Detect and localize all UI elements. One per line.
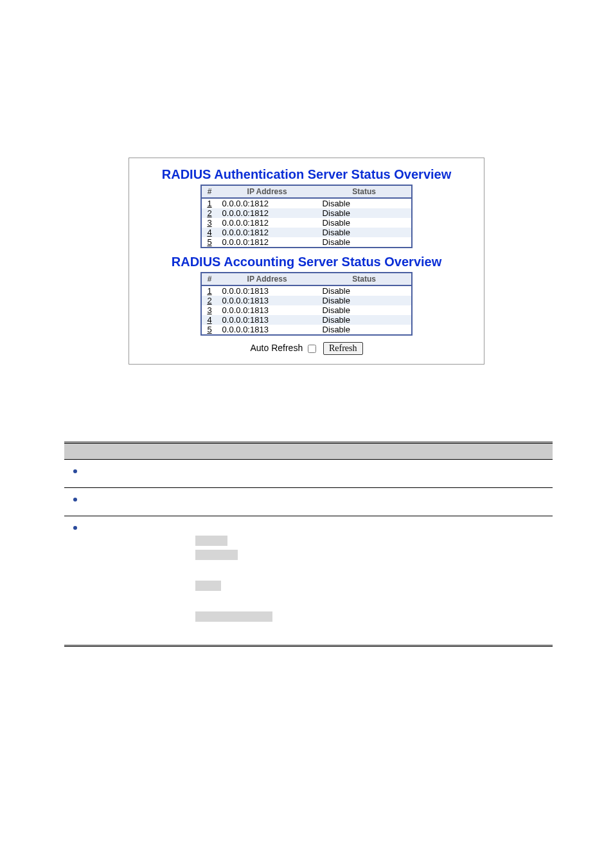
cell-status: Disable	[317, 305, 412, 315]
row-link[interactable]: 2	[207, 296, 211, 305]
cell-status: Disable	[317, 315, 412, 325]
cell-ip: 0.0.0.0:1813	[217, 315, 317, 325]
table-row: 10.0.0.0:1812Disable	[201, 198, 411, 208]
cell-ip: 0.0.0.0:1812	[217, 218, 317, 228]
table-row: 20.0.0.0:1812Disable	[201, 208, 411, 218]
auto-refresh-label: Auto Refresh	[250, 343, 303, 353]
refresh-button[interactable]: Refresh	[323, 342, 363, 355]
col-num: #	[201, 273, 217, 285]
col-status: Status	[317, 185, 412, 198]
desc-row	[64, 488, 553, 516]
cell-ip: 0.0.0.0:1812	[217, 237, 317, 248]
acct-heading: RADIUS Accounting Server Status Overview	[137, 255, 476, 269]
cell-ip: 0.0.0.0:1813	[217, 296, 317, 305]
placeholder-box	[195, 550, 238, 560]
row-link[interactable]: 4	[207, 315, 211, 325]
table-row: 20.0.0.0:1813Disable	[201, 296, 411, 305]
col-num: #	[201, 185, 217, 198]
cell-ip: 0.0.0.0:1812	[217, 228, 317, 237]
table-row: 30.0.0.0:1812Disable	[201, 218, 411, 228]
row-link[interactable]: 3	[207, 305, 211, 315]
row-link[interactable]: 5	[207, 237, 211, 247]
bullet-icon	[73, 526, 77, 530]
cell-status: Disable	[317, 325, 412, 335]
acct-table: # IP Address Status 10.0.0.0:1813Disable…	[200, 272, 412, 336]
cell-status: Disable	[317, 237, 412, 248]
desc-row	[64, 460, 553, 488]
cell-status: Disable	[317, 228, 412, 237]
controls-row: Auto Refresh Refresh	[137, 342, 476, 355]
cell-status: Disable	[317, 218, 412, 228]
table-row: 40.0.0.0:1813Disable	[201, 315, 411, 325]
table-row: 50.0.0.0:1813Disable	[201, 325, 411, 335]
table-row: 30.0.0.0:1813Disable	[201, 305, 411, 315]
cell-status: Disable	[317, 208, 412, 218]
cell-status: Disable	[317, 296, 412, 305]
placeholder-box	[195, 581, 221, 591]
row-link[interactable]: 4	[207, 228, 211, 237]
placeholder-box	[195, 536, 227, 546]
table-row: 40.0.0.0:1812Disable	[201, 228, 411, 237]
desc-col-object	[64, 443, 190, 460]
cell-ip: 0.0.0.0:1813	[217, 325, 317, 335]
table-row: 10.0.0.0:1813Disable	[201, 285, 411, 296]
cell-ip: 0.0.0.0:1813	[217, 285, 317, 296]
cell-ip: 0.0.0.0:1812	[217, 198, 317, 208]
row-link[interactable]: 1	[207, 199, 211, 208]
auto-refresh-checkbox[interactable]	[308, 345, 316, 353]
bullet-icon	[73, 498, 77, 502]
auth-table: # IP Address Status 10.0.0.0:1812Disable…	[200, 185, 412, 248]
table-row: 50.0.0.0:1812Disable	[201, 237, 411, 248]
row-link[interactable]: 1	[207, 286, 211, 296]
col-ip: IP Address	[217, 273, 317, 285]
col-ip: IP Address	[217, 185, 317, 198]
col-status: Status	[317, 273, 412, 285]
auth-heading: RADIUS Authentication Server Status Over…	[137, 167, 476, 182]
description-table	[64, 442, 553, 647]
row-link[interactable]: 3	[207, 218, 211, 228]
placeholder-box	[195, 611, 272, 622]
cell-status: Disable	[317, 285, 412, 296]
desc-row	[64, 516, 553, 646]
cell-ip: 0.0.0.0:1813	[217, 305, 317, 315]
row-link[interactable]: 5	[207, 325, 211, 334]
cell-status: Disable	[317, 198, 412, 208]
row-link[interactable]: 2	[207, 208, 211, 218]
radius-overview-panel: RADIUS Authentication Server Status Over…	[129, 158, 484, 365]
desc-col-description	[190, 443, 553, 460]
bullet-icon	[73, 469, 77, 473]
cell-ip: 0.0.0.0:1812	[217, 208, 317, 218]
